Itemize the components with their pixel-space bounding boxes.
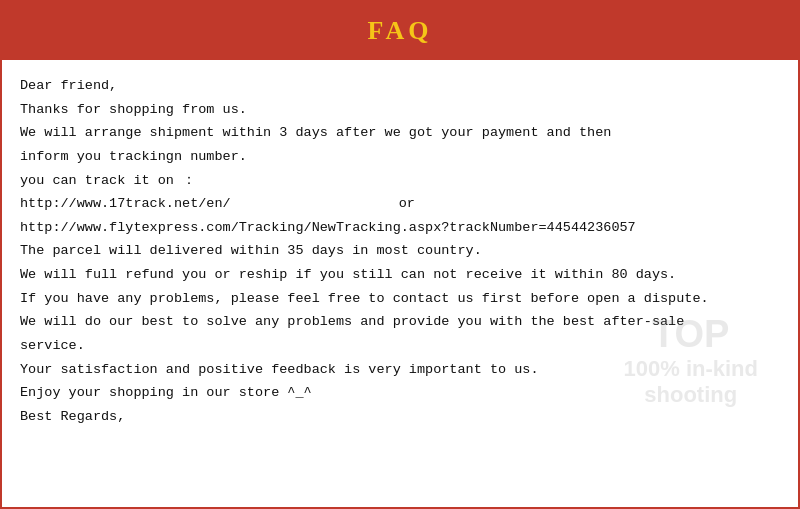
line9: We will full refund you or reship if you… bbox=[20, 263, 780, 287]
line6-with-or: http://www.17track.net/en/ or bbox=[20, 192, 780, 216]
line3: We will arrange shipment within 3 days a… bbox=[20, 121, 780, 145]
track-url-1: http://www.17track.net/en/ bbox=[20, 196, 231, 211]
faq-title: FAQ bbox=[368, 16, 433, 45]
line13: Your satisfaction and positive feedback … bbox=[20, 358, 780, 382]
page-wrapper: FAQ Dear friend, Thanks for shopping fro… bbox=[0, 0, 800, 509]
line1: Dear friend, bbox=[20, 74, 780, 98]
line11: We will do our best to solve any problem… bbox=[20, 310, 780, 334]
line5: you can track it on ： bbox=[20, 169, 780, 193]
line2: Thanks for shopping from us. bbox=[20, 98, 780, 122]
line4: inform you trackingn number. bbox=[20, 145, 780, 169]
faq-header: FAQ bbox=[2, 2, 798, 60]
line14: Enjoy your shopping in our store ^_^ bbox=[20, 381, 780, 405]
or-text: or bbox=[399, 196, 415, 211]
line7: http://www.flytexpress.com/Tracking/NewT… bbox=[20, 216, 780, 240]
faq-content: Dear friend, Thanks for shopping from us… bbox=[2, 60, 798, 438]
line8: The parcel will delivered within 35 days… bbox=[20, 239, 780, 263]
line15: Best Regards, bbox=[20, 405, 780, 429]
line12: service. bbox=[20, 334, 780, 358]
header-dots-bottom bbox=[2, 46, 798, 52]
line10: If you have any problems, please feel fr… bbox=[20, 287, 780, 311]
